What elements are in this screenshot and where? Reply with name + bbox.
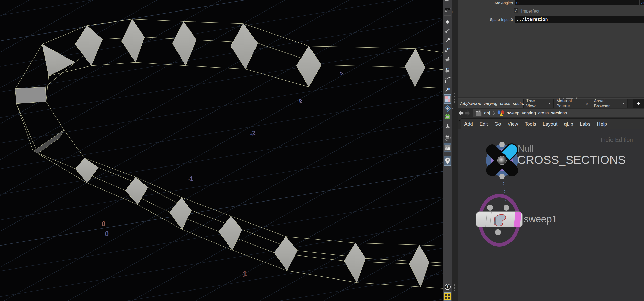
arc-angles-field-2[interactable]: 36	[640, 0, 644, 5]
show-point-markers-button[interactable]	[444, 27, 451, 35]
green-star-icon	[444, 113, 451, 120]
close-tab-icon[interactable]: ×	[586, 101, 588, 106]
svg-text:i: i	[447, 285, 448, 289]
tab-network-editor[interactable]: /obj/sweep_varying_cross_sections ×	[458, 99, 524, 108]
checkerboard-icon	[444, 96, 451, 102]
menu-edit[interactable]: Edit	[476, 121, 491, 127]
close-tab-icon[interactable]: ×	[548, 101, 551, 106]
obj-context-icon	[475, 110, 482, 116]
menu-tools[interactable]: Tools	[521, 121, 539, 127]
text-cursor	[519, 1, 519, 4]
gem-diamond-icon	[444, 105, 451, 112]
secure-selection-button[interactable]	[444, 6, 451, 14]
breadcrumb-node-name[interactable]: sweep_varying_cross_sections	[507, 110, 567, 116]
menu-go[interactable]: Go	[491, 121, 504, 127]
svg-text:12: 12	[447, 47, 450, 51]
toolbar-separator	[444, 15, 451, 16]
null-output-connector[interactable]	[499, 174, 505, 179]
menu-qlib[interactable]: qLib	[561, 121, 576, 127]
sweep-input-connector[interactable]	[487, 205, 493, 211]
location-pin-icon	[444, 157, 451, 165]
imperfect-label: Imperfect	[521, 9, 539, 14]
back-button[interactable]	[458, 110, 464, 116]
null-input-connector[interactable]	[499, 142, 505, 147]
wire-null-to-sweep[interactable]	[503, 178, 506, 206]
path-bar: obj sweep_varying_cross_sections	[458, 108, 644, 118]
show-prim-numbers-button[interactable]: 12	[444, 66, 451, 74]
forward-button[interactable]	[464, 110, 470, 116]
splitter-grip[interactable]	[454, 93, 455, 103]
point-numbers-icon: 12	[444, 47, 451, 53]
spare-input-field[interactable]: ../iteration	[515, 16, 644, 23]
breadcrumb[interactable]: obj sweep_varying_cross_sections	[473, 109, 644, 117]
sweep-input-connector[interactable]	[504, 205, 509, 211]
new-tab-button[interactable]: +	[633, 99, 644, 108]
show-normals-button[interactable]	[444, 86, 451, 94]
dashed-circle-list-icon	[444, 135, 451, 141]
node-cross-sections[interactable]	[484, 141, 521, 179]
gem-display-button[interactable]	[444, 104, 451, 113]
menu-view[interactable]: View	[504, 121, 521, 127]
trowel-icon	[444, 56, 451, 63]
point-sphere-icon	[445, 19, 450, 25]
grid-lines-minor	[0, 0, 443, 301]
group-list-button[interactable]	[444, 134, 451, 142]
breadcrumb-chevron-icon	[492, 110, 495, 116]
sweep-output-connector[interactable]	[495, 229, 501, 235]
menu-help[interactable]: Help	[594, 121, 610, 127]
sweep-node-name-label[interactable]: sweep1	[524, 214, 557, 225]
info-icon: i	[444, 284, 451, 290]
geometry-node-icon	[497, 110, 505, 116]
parameter-editor: Arc Angles 0 36 ✓ Imperfect Spare Input …	[458, 0, 644, 97]
sunglasses-icon	[444, 6, 451, 13]
menu-add[interactable]: Add	[461, 121, 476, 127]
propeller-icon	[444, 123, 451, 130]
pane-tab-bar: /obj/sweep_varying_cross_sections × Tree…	[458, 99, 644, 108]
point-pin-icon	[445, 28, 451, 34]
pane-splitter[interactable]: ▸ ▸	[452, 0, 458, 301]
display-options-toolbar: ▾ 12 12	[443, 0, 452, 301]
viewport-layout-button[interactable]	[444, 292, 451, 301]
tab-tree-view[interactable]: Tree View ×	[524, 99, 554, 108]
network-menu-bar: ▲ Add Edit Go View Tools Layout qLib Lab…	[458, 118, 644, 129]
splitter-grip[interactable]	[454, 283, 455, 292]
network-editor[interactable]: Indie Edition	[458, 129, 644, 301]
tool-flyout-caret-icon[interactable]: ▾	[448, 3, 450, 5]
scene-viewport[interactable]: 4 3 -2 -1 0 0 1	[0, 0, 443, 301]
tab-asset-browser[interactable]: Asset Browser ×	[591, 99, 628, 108]
show-vertex-markers-button[interactable]	[444, 36, 451, 44]
pane-collapse-handle[interactable]: ▲	[458, 118, 461, 130]
show-prim-normals-button[interactable]	[444, 55, 451, 63]
null-node-name-label[interactable]: CROSS_SECTIONS	[517, 153, 626, 167]
toolbar-separator	[444, 282, 451, 282]
image-mountain-icon	[444, 144, 451, 151]
snapshot-pin-button[interactable]	[444, 156, 451, 166]
menu-layout[interactable]: Layout	[539, 121, 561, 127]
profile-curve-icon	[444, 76, 451, 83]
imperfect-checkbox[interactable]: ✓	[514, 8, 518, 13]
particle-origin-button[interactable]	[444, 122, 451, 131]
flyout-caret-icon[interactable]: ▸	[452, 107, 453, 110]
show-profile-curves-button[interactable]	[444, 76, 451, 84]
tab-material-palette[interactable]: Material Palette ×	[554, 99, 591, 108]
normals-fan-icon	[444, 86, 451, 93]
grid-lines-receding	[0, 0, 443, 301]
uv-overlay-button[interactable]	[444, 113, 451, 121]
flyout-caret-icon[interactable]: ▸	[452, 10, 453, 13]
arc-angles-label: Arc Angles	[458, 1, 513, 5]
visualizer-button[interactable]	[444, 94, 451, 104]
cross-sections	[15, 19, 429, 287]
show-point-numbers-button[interactable]: 12	[444, 46, 451, 54]
null-node-type-label: Null	[518, 143, 534, 154]
viewport-3d-scene	[0, 0, 443, 301]
breadcrumb-context[interactable]: obj	[484, 110, 490, 116]
background-image-button[interactable]	[444, 143, 451, 152]
arc-angles-field[interactable]: 0	[515, 0, 639, 5]
network-view-tick	[489, 129, 489, 131]
close-tab-icon[interactable]: ×	[622, 101, 625, 106]
viewport-info-button[interactable]: i	[444, 283, 451, 291]
node-sweep1[interactable]	[476, 196, 522, 245]
menu-labs[interactable]: Labs	[576, 121, 594, 127]
show-points-button[interactable]	[444, 18, 451, 26]
current-tool-button[interactable]	[444, 0, 451, 5]
